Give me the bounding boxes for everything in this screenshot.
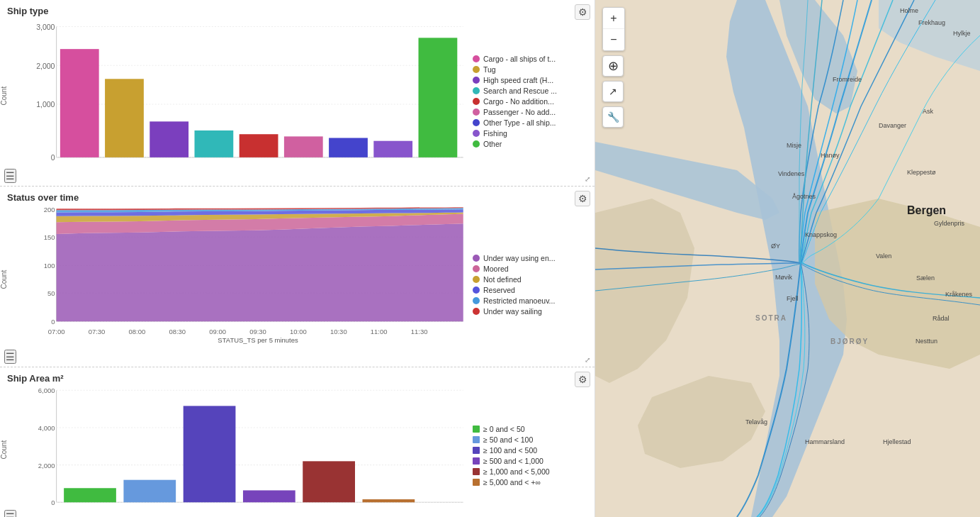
legend-label-underway-sailing: Under way sailing (483, 307, 542, 316)
legend-item-5000-inf: ≥ 5,000 and < +∞ (473, 478, 587, 487)
legend-label-fishing: Fishing (483, 129, 507, 138)
svg-text:0: 0 (51, 153, 55, 162)
legend-color-cargo-all (473, 55, 480, 62)
legend-color-restricted (473, 297, 480, 304)
svg-text:4,000: 4,000 (38, 424, 55, 432)
svg-text:SOTRA: SOTRA (755, 314, 787, 322)
svg-text:0: 0 (51, 318, 55, 326)
svg-text:Sælen: Sælen (916, 274, 935, 282)
svg-text:Frekhaug: Frekhaug (918, 19, 945, 26)
svg-rect-52 (64, 488, 116, 502)
legend-color-fishing (473, 130, 480, 137)
ship-type-gear-button[interactable]: ⚙ (575, 4, 590, 20)
legend-color-0-50 (473, 426, 480, 433)
svg-text:Kråkenes: Kråkenes (945, 291, 973, 298)
legend-item-cargo-no: Cargo - No addition... (473, 97, 587, 106)
legend-label-not-defined: Not defined (483, 275, 522, 284)
zoom-out-button[interactable]: − (603, 29, 624, 50)
svg-rect-56 (303, 461, 355, 502)
ship-type-svg: 3,000 2,000 1,000 0 (34, 19, 467, 176)
legend-color-500-1000 (473, 457, 480, 465)
map-panel: Holme Frekhaug Hylkje Fromreide Ask Dava… (595, 0, 980, 517)
legend-item-not-defined: Not defined (473, 275, 587, 284)
svg-text:Telavåg: Telavåg (745, 418, 767, 426)
legend-color-50-100 (473, 436, 480, 443)
svg-text:Hjellestad: Hjellestad (883, 438, 911, 445)
svg-text:11:00: 11:00 (371, 328, 388, 335)
legend-item-highspeed: High speed craft (H... (473, 76, 587, 84)
svg-text:6,000: 6,000 (38, 387, 55, 395)
ship-area-gear-button[interactable]: ⚙ (575, 372, 590, 387)
legend-color-underway-sailing (473, 308, 480, 315)
svg-text:BJØRØY: BJØRØY (830, 338, 869, 345)
status-list-button[interactable]: ☰ (4, 350, 16, 364)
status-body: Count 200 150 100 50 0 (7, 206, 587, 364)
svg-rect-54 (184, 406, 236, 502)
svg-text:Valen: Valen (876, 252, 891, 260)
svg-rect-53 (123, 480, 176, 503)
legend-color-tug (473, 66, 480, 73)
legend-label-other: Other (483, 140, 502, 148)
legend-color-5000-inf (473, 479, 480, 486)
ship-type-expand: ⤢ (585, 175, 590, 183)
svg-rect-57 (363, 499, 415, 502)
svg-text:Vindenes: Vindenes (778, 170, 805, 177)
legend-label-cargo-no: Cargo - No addition... (483, 97, 554, 106)
svg-text:Ask: Ask (923, 108, 934, 115)
legend-label-sar: Search and Rescue ... (483, 87, 557, 95)
svg-text:Fjell: Fjell (787, 295, 799, 302)
svg-text:09:30: 09:30 (249, 328, 266, 335)
legend-item-underway-sailing: Under way sailing (473, 307, 587, 316)
status-title: Status over time (7, 192, 587, 203)
ship-area-title: Ship Area m² (7, 373, 587, 384)
legend-color-passenger (473, 109, 480, 116)
zoom-in-button[interactable]: + (603, 8, 624, 29)
svg-text:Knappskog: Knappskog (805, 231, 837, 238)
svg-text:08:30: 08:30 (169, 328, 186, 335)
legend-label-cargo-all: Cargo - all ships of t... (483, 55, 556, 63)
map-container[interactable]: Holme Frekhaug Hylkje Fromreide Ask Dava… (595, 0, 980, 517)
svg-text:150: 150 (44, 234, 55, 242)
legend-label-moored: Moored (483, 265, 509, 273)
ship-area-list-button[interactable]: ☰ (4, 510, 16, 517)
map-controls: + − ⊕ ↗ 🔧 (602, 7, 625, 128)
legend-item-fishing: Fishing (473, 129, 587, 138)
svg-text:1,000: 1,000 (36, 100, 55, 109)
legend-color-not-defined (473, 276, 480, 283)
status-expand: ⤢ (585, 356, 590, 364)
legend-color-sar (473, 87, 480, 94)
legend-label-restricted: Restricted manoeuv... (483, 296, 555, 305)
legend-item-cargo-all: Cargo - all ships of t... (473, 55, 587, 63)
svg-text:Ågotnes: Ågotnes (792, 193, 816, 200)
status-gear-button[interactable]: ⚙ (575, 191, 590, 206)
svg-rect-11 (105, 79, 144, 157)
status-chart-area: Count 200 150 100 50 0 (7, 206, 467, 364)
tool-button[interactable]: 🔧 (602, 106, 624, 128)
legend-item-500-1000: ≥ 500 and < 1,000 (473, 457, 587, 465)
svg-text:50: 50 (47, 290, 55, 298)
ship-type-chart-area: Count 3,000 2,000 1,000 0 (7, 19, 467, 183)
svg-rect-12 (150, 121, 188, 157)
svg-rect-10 (60, 49, 99, 157)
svg-text:07:00: 07:00 (48, 328, 65, 335)
ship-area-body: Count 6,000 4,000 2,000 0 (7, 387, 587, 517)
svg-text:10:30: 10:30 (330, 328, 347, 335)
svg-text:Gyldenpris: Gyldenpris (934, 220, 965, 227)
svg-text:Møvik: Møvik (775, 274, 792, 281)
svg-text:Hanøy: Hanøy (821, 152, 840, 159)
legend-label-tug: Tug (483, 65, 496, 74)
ship-type-list-button[interactable]: ☰ (4, 169, 16, 183)
svg-text:Rådal: Rådal (933, 315, 950, 322)
svg-text:Fromreide: Fromreide (833, 76, 862, 83)
legend-color-other (473, 140, 480, 148)
compass-button[interactable]: ⊕ (602, 55, 624, 77)
svg-rect-17 (373, 141, 412, 157)
svg-text:Kleppestø: Kleppestø (907, 169, 936, 176)
expand-button[interactable]: ↗ (602, 81, 624, 102)
legend-item-100-500: ≥ 100 and < 500 (473, 446, 587, 455)
ship-area-chart-area: Count 6,000 4,000 2,000 0 (7, 387, 467, 517)
svg-text:ØY: ØY (771, 243, 780, 250)
ship-area-section: Ship Area m² ⚙ Count 6,000 4,000 2,000 0 (0, 367, 595, 517)
svg-rect-55 (243, 491, 295, 503)
ship-type-legend: Cargo - all ships of t... Tug High speed… (467, 19, 587, 183)
